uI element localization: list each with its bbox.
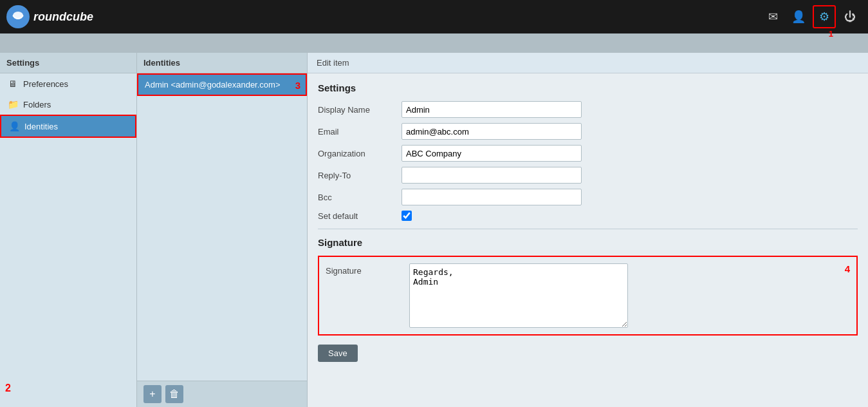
bcc-label: Bcc <box>318 193 402 202</box>
organization-input[interactable] <box>402 145 582 162</box>
power-icon: ⏻ <box>844 10 856 24</box>
save-button[interactable]: Save <box>318 345 358 362</box>
app-name: roundcube <box>33 10 93 24</box>
settings-panel-header: Settings <box>0 53 136 73</box>
bcc-row: Bcc <box>318 189 858 205</box>
signature-section-box: Signature Regards, Admin 4 <box>318 256 858 336</box>
logo-icon <box>6 5 30 28</box>
delete-identity-button[interactable]: 🗑 <box>165 385 183 403</box>
display-name-label: Display Name <box>318 105 402 115</box>
app-logo: roundcube <box>6 5 93 28</box>
nav-item-identities[interactable]: 👤 Identities <box>0 115 136 138</box>
edit-panel: Edit item Settings Display Name Email Or… <box>308 53 868 407</box>
edit-content: Settings Display Name Email Organization… <box>308 73 868 371</box>
settings-icon: ⚙ <box>819 10 829 24</box>
add-identity-button[interactable]: + <box>143 385 162 403</box>
reply-to-label: Reply-To <box>318 171 402 180</box>
email-input[interactable] <box>402 123 582 140</box>
main-layout: Settings 🖥 Preferences 📁 Folders 👤 Ident… <box>0 53 868 407</box>
subtopbar <box>0 33 868 53</box>
set-default-row: Set default <box>318 211 858 221</box>
identities-empty-space <box>137 96 307 381</box>
display-name-row: Display Name <box>318 101 858 118</box>
power-button[interactable]: ⏻ <box>838 5 862 28</box>
reply-to-input[interactable] <box>402 167 582 184</box>
annotation-2: 2 <box>5 383 11 394</box>
annotation-3: 3 <box>295 79 300 90</box>
user-button[interactable]: 👤 <box>787 5 810 28</box>
bcc-input[interactable] <box>402 189 582 205</box>
signature-section-title: Signature <box>318 237 858 248</box>
reply-to-row: Reply-To <box>318 167 858 184</box>
email-row: Email <box>318 123 858 140</box>
mail-icon: ✉ <box>768 10 778 24</box>
organization-row: Organization <box>318 145 858 162</box>
topbar: roundcube ✉ 👤 ⚙ 1 ⏻ <box>0 0 868 33</box>
section-divider <box>318 229 858 229</box>
folders-icon: 📁 <box>8 99 18 109</box>
annotation-1: 1 <box>829 29 833 39</box>
identities-icon: 👤 <box>9 121 19 131</box>
annotation-4: 4 <box>845 263 850 274</box>
signature-row: Signature Regards, Admin <box>326 263 850 328</box>
identities-panel-header: Identities <box>137 53 307 73</box>
identities-panel: Identities Admin <admin@godalexander.com… <box>137 53 308 407</box>
settings-section-title: Settings <box>318 82 858 93</box>
settings-button[interactable]: ⚙ 1 <box>813 5 836 28</box>
signature-label: Signature <box>326 263 409 276</box>
signature-textarea[interactable]: Regards, Admin <box>409 263 628 328</box>
identity-label: Admin <admin@godalexander.com> <box>145 80 281 90</box>
nav-item-folders[interactable]: 📁 Folders <box>0 94 136 115</box>
nav-item-preferences-label: Preferences <box>23 79 68 89</box>
nav-item-folders-label: Folders <box>23 100 51 109</box>
user-icon: 👤 <box>791 10 806 24</box>
identity-item-admin[interactable]: Admin <admin@godalexander.com> 3 <box>137 73 307 96</box>
nav-item-identities-label: Identities <box>24 122 58 131</box>
email-label: Email <box>318 127 402 137</box>
display-name-input[interactable] <box>402 101 582 118</box>
set-default-label: Set default <box>318 211 402 221</box>
topbar-actions: ✉ 👤 ⚙ 1 ⏻ <box>761 5 862 28</box>
mail-button[interactable]: ✉ <box>761 5 784 28</box>
nav-item-preferences[interactable]: 🖥 Preferences <box>0 73 136 94</box>
identities-footer: + 🗑 <box>137 381 307 407</box>
organization-label: Organization <box>318 149 402 158</box>
settings-panel: Settings 🖥 Preferences 📁 Folders 👤 Ident… <box>0 53 137 407</box>
preferences-icon: 🖥 <box>8 79 18 89</box>
set-default-checkbox[interactable] <box>402 211 412 221</box>
edit-panel-header: Edit item <box>308 53 868 73</box>
